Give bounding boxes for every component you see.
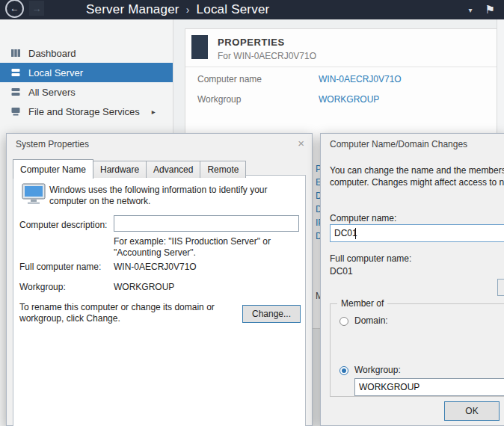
ok-button[interactable]: OK [444, 401, 500, 421]
storage-icon [10, 106, 21, 117]
forward-button[interactable]: → [29, 1, 44, 16]
system-properties-dialog: System Properties × Computer Name Hardwa… [6, 133, 313, 426]
full-computer-name-value: DC01 [330, 266, 353, 277]
chevron-down-icon[interactable]: ▾ [469, 6, 473, 14]
member-of-groupbox: Member of Domain: Workgroup: [330, 303, 504, 397]
page-title: Local Server [197, 2, 270, 17]
computer-name-domain-changes-dialog: Computer Name/Domain Changes You can cha… [320, 133, 504, 426]
full-computer-name-label: Full computer name: [19, 262, 101, 272]
rename-hint-line2: workgroup, click Change. [19, 313, 120, 324]
domain-radio-label: Domain: [354, 315, 388, 326]
change-info-line2: computer. Changes might affect access to… [330, 177, 504, 188]
property-value-workgroup[interactable]: WORKGROUP [319, 94, 379, 105]
change-button[interactable]: Change... [242, 305, 301, 323]
domain-radio[interactable] [339, 317, 348, 326]
dialog-title: System Properties [16, 139, 89, 149]
sidebar-item-label: File and Storage Services [28, 106, 140, 117]
property-value-computer-name[interactable]: WIN-0AECRJ0V71O [319, 74, 402, 84]
example-text-line1: For example: "IIS Production Server" or [114, 236, 271, 247]
back-button[interactable]: ← [5, 0, 24, 18]
tab-computer-name[interactable]: Computer Name [13, 159, 93, 179]
sidebar-item-label: All Servers [28, 87, 76, 98]
back-icon: ← [10, 4, 19, 13]
property-label-computer-name: Computer name [197, 74, 262, 84]
properties-subtitle: For WIN-0AECRJ0V71O [218, 51, 316, 61]
sidebar-item-label: Dashboard [28, 48, 76, 59]
sidebar-item-file-storage-services[interactable]: File and Storage Services ▸ [0, 102, 173, 121]
properties-card-header: PROPERTIES For WIN-0AECRJ0V71O [185, 29, 497, 67]
server-icon [10, 67, 21, 78]
computer-monitor-icon [21, 183, 46, 209]
breadcrumb-separator-icon: › [186, 4, 190, 16]
sidebar-item-dashboard[interactable]: Dashboard [0, 43, 173, 63]
topbar: ← → Server Manager › Local Server ▾ ⚑ [0, 0, 504, 19]
close-icon[interactable]: × [298, 137, 304, 149]
sidebar-item-all-servers[interactable]: All Servers [0, 82, 173, 102]
sidebar-item-label: Local Server [28, 67, 83, 78]
computer-name-label: Computer name: [330, 213, 396, 223]
identify-info-text: Windows uses the following information t… [49, 185, 301, 207]
notification-flag-icon[interactable]: ⚑ [485, 3, 495, 16]
breadcrumb: Server Manager › Local Server [86, 2, 269, 17]
servers-icon [10, 87, 21, 97]
workgroup-radio-label: Workgroup: [354, 365, 401, 375]
tab-hardware[interactable]: Hardware [93, 161, 147, 178]
forward-icon: → [32, 3, 42, 14]
member-of-label: Member of [337, 298, 387, 309]
topbar-actions: ▾ ⚑ [469, 3, 504, 16]
computer-description-input[interactable] [114, 215, 299, 232]
tab-strip: Computer Name Hardware Advanced Remote [13, 159, 245, 178]
workgroup-value: WORKGROUP [114, 282, 174, 292]
rename-hint-line1: To rename this computer or change its do… [19, 302, 215, 312]
property-label-workgroup: Workgroup [197, 94, 241, 105]
workgroup-input[interactable] [354, 378, 504, 396]
server-tile-icon [191, 35, 208, 59]
breadcrumb-app-title[interactable]: Server Manager [86, 2, 179, 17]
dashboard-icon [10, 48, 21, 58]
more-button-clipped[interactable] [497, 279, 504, 296]
example-text-line2: "Accounting Server". [114, 247, 196, 258]
full-computer-name-value: WIN-0AECRJ0V71O [114, 262, 197, 272]
server-manager-window: { "colors": { "topbar_bg": "#232a38", "s… [0, 0, 504, 426]
chevron-right-icon[interactable]: ▸ [152, 108, 156, 116]
computer-description-label: Computer description: [19, 220, 107, 230]
workgroup-label: Workgroup: [19, 282, 66, 292]
tab-remote[interactable]: Remote [200, 161, 246, 178]
sidebar-item-local-server[interactable]: Local Server [0, 63, 173, 82]
workgroup-radio[interactable] [339, 366, 348, 375]
change-info-line1: You can change the name and the membersh… [330, 165, 504, 176]
tab-advanced[interactable]: Advanced [146, 161, 200, 178]
text-cursor [355, 228, 356, 239]
computer-name-tab-panel: Windows uses the following information t… [13, 175, 306, 426]
dialog-title: Computer Name/Domain Changes [330, 139, 467, 149]
properties-title: PROPERTIES [218, 37, 316, 48]
full-computer-name-label: Full computer name: [330, 253, 411, 264]
